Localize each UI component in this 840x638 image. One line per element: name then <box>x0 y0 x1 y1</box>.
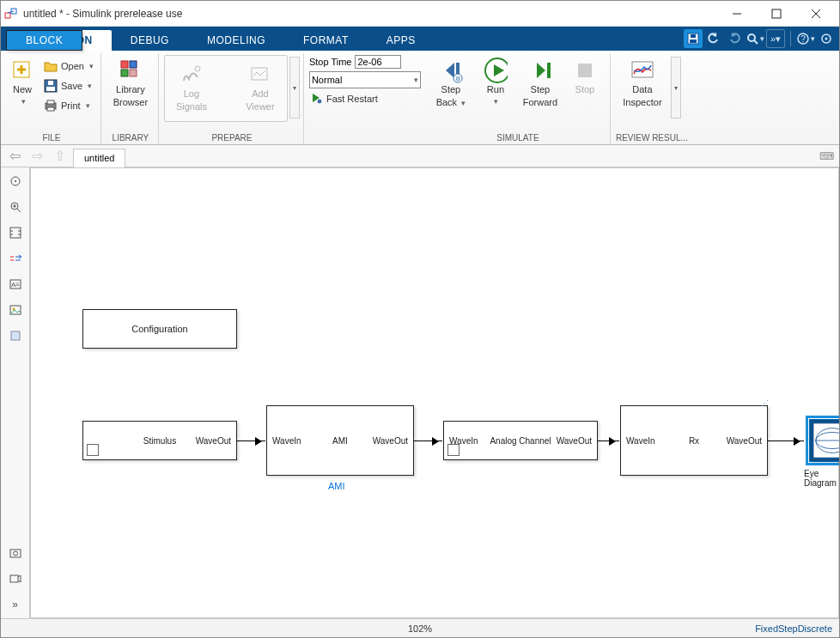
quick-access-toolbar: ▾ »▾ ?▾ <box>684 27 836 51</box>
zoom-icon[interactable] <box>7 198 24 216</box>
keyboard-icon[interactable]: ⌨ <box>819 150 834 162</box>
log-l1: Log <box>184 88 199 100</box>
group-file: New ▾ Open▾ Save▾ Print▾ FILE <box>3 53 101 144</box>
open-button[interactable]: Open▾ <box>40 57 97 76</box>
annotation-icon[interactable]: A≡ <box>7 276 24 293</box>
signal-line[interactable] <box>237 441 265 441</box>
block-eye-diagram[interactable] <box>809 419 839 462</box>
fast-restart-button[interactable]: Fast Restart <box>309 91 421 106</box>
print-label: Print <box>61 100 81 111</box>
svg-rect-26 <box>121 70 128 76</box>
document-tab[interactable]: untitled <box>73 149 125 167</box>
close-button[interactable] <box>796 2 836 26</box>
tab-block[interactable]: BLOCK <box>6 30 82 51</box>
signal-line[interactable] <box>768 441 804 441</box>
svg-point-51 <box>13 551 17 556</box>
ribbon: New ▾ Open▾ Save▾ Print▾ FILE <box>1 51 839 145</box>
sample-time-icon[interactable] <box>7 250 24 267</box>
svg-text:?: ? <box>800 34 806 44</box>
solver-label[interactable]: FixedStepDiscrete <box>755 623 832 634</box>
qat-undo-icon[interactable] <box>704 29 723 48</box>
save-icon <box>44 79 58 93</box>
nav-up-icon[interactable]: ⇧ <box>51 148 68 165</box>
data-inspector-button[interactable]: Data Inspector <box>616 55 669 112</box>
prepare-expand-button[interactable]: ▾ <box>289 57 300 118</box>
qat-target-icon[interactable] <box>817 29 836 48</box>
rx-label: Rx <box>689 436 699 446</box>
svg-text:A≡: A≡ <box>10 281 19 289</box>
block-rx[interactable]: WaveIn Rx WaveOut ⋰ <box>620 405 768 476</box>
chevron-down-icon: ▾ <box>461 99 466 107</box>
analog-waveout: WaveOut <box>557 436 592 446</box>
rx-wavein: WaveIn <box>626 436 655 446</box>
step-back-button[interactable]: ⚙ Step Back ▾ <box>429 55 472 112</box>
run-button[interactable]: Run ▾ <box>474 55 517 109</box>
nav-forward-icon[interactable]: ⇨ <box>28 148 46 165</box>
doc-tab-label: untitled <box>84 153 114 163</box>
svg-rect-0 <box>5 13 10 18</box>
block-stimulus[interactable]: Stimulus WaveOut <box>82 421 237 460</box>
add-l2: Viewer <box>246 101 274 112</box>
tab-modeling[interactable]: MODELING <box>188 30 284 51</box>
minimize-button[interactable] <box>717 2 757 26</box>
svg-rect-19 <box>46 87 55 91</box>
nav-back-icon[interactable]: ⇦ <box>6 148 23 165</box>
chevron-down-icon: ▾ <box>21 97 26 106</box>
svg-rect-50 <box>10 550 21 557</box>
play-icon <box>484 58 508 82</box>
area-icon[interactable] <box>7 327 24 344</box>
qat-save-icon[interactable] <box>684 29 703 48</box>
review-expand-button[interactable]: ▾ <box>671 57 681 118</box>
svg-point-28 <box>195 66 200 71</box>
group-review: Data Inspector ▾ REVIEW RESUL... <box>612 53 691 144</box>
group-simparams: Stop Time Normal ▾ Fast Restart <box>306 53 424 144</box>
qat-help-icon[interactable]: ?▾ <box>796 29 815 48</box>
zoom-level[interactable]: 102% <box>408 623 432 634</box>
library-label1: Library <box>116 84 145 95</box>
signal-line[interactable] <box>414 441 442 441</box>
tab-debug[interactable]: DEBUG <box>112 30 188 51</box>
svg-rect-27 <box>130 70 137 76</box>
screenshot-icon[interactable] <box>7 544 24 562</box>
log-signals-button[interactable]: Log Signals <box>170 59 213 116</box>
image-icon[interactable] <box>7 301 24 319</box>
palette-circle-icon[interactable] <box>7 173 24 190</box>
expand-palette-icon[interactable]: » <box>7 596 24 613</box>
block-analog-channel[interactable]: WaveIn Analog Channel WaveOut <box>443 421 598 460</box>
add-viewer-button[interactable]: Add Viewer <box>239 59 282 116</box>
fit-icon[interactable] <box>7 224 24 241</box>
add-l1: Add <box>252 88 269 100</box>
tab-format[interactable]: FORMAT <box>284 30 368 51</box>
block-ami[interactable]: WaveIn AMI WaveOut <box>266 405 414 476</box>
svg-rect-3 <box>772 9 781 18</box>
svg-line-10 <box>754 40 758 44</box>
canvas[interactable]: Configuration Stimulus WaveOut WaveIn AM… <box>30 167 839 618</box>
svg-point-30 <box>317 99 322 104</box>
qat-more-icon[interactable]: »▾ <box>766 29 785 48</box>
step-forward-icon <box>528 58 552 82</box>
save-button[interactable]: Save▾ <box>40 76 97 95</box>
chevron-down-icon: ▾ <box>494 97 498 106</box>
stop-button[interactable]: Stop <box>563 55 606 99</box>
ami-label: AMI <box>332 436 348 446</box>
maximize-button[interactable] <box>757 2 796 26</box>
block-configuration[interactable]: Configuration <box>82 309 237 349</box>
print-button[interactable]: Print▾ <box>40 96 97 115</box>
qat-search-icon[interactable]: ▾ <box>746 29 764 48</box>
new-button[interactable]: New ▾ <box>6 55 39 109</box>
tab-apps[interactable]: APPS <box>368 30 435 51</box>
qat-redo-icon[interactable] <box>725 29 744 48</box>
step-forward-button[interactable]: Step Forward <box>519 55 562 112</box>
svg-rect-23 <box>47 107 54 111</box>
signal-line[interactable] <box>598 441 619 441</box>
record-icon[interactable] <box>7 570 24 587</box>
chevron-down-icon: ▾ <box>293 84 296 92</box>
library-browser-button[interactable]: Library Browser <box>107 55 155 112</box>
simulation-mode-select[interactable]: Normal ▾ <box>309 71 421 88</box>
svg-rect-44 <box>10 228 21 238</box>
svg-rect-8 <box>691 34 696 38</box>
svg-line-41 <box>17 209 21 212</box>
printer-icon <box>44 99 58 112</box>
stop-time-input[interactable] <box>355 55 401 69</box>
svg-point-39 <box>15 180 16 182</box>
